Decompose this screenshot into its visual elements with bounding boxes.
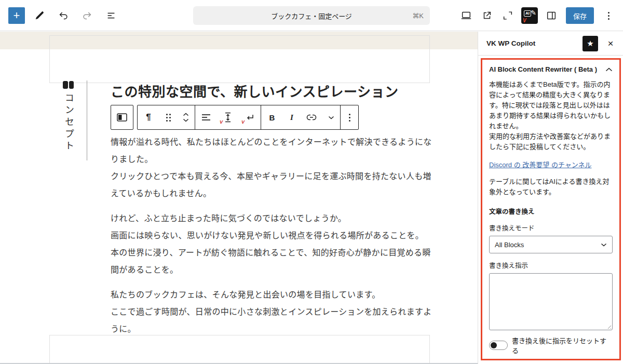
beta-description-1: 本機能はあくまでBeta版です。指示の内容によって結果の精度も大きく異なります。… — [489, 79, 613, 131]
save-button[interactable]: 保存 — [566, 7, 594, 24]
document-body: 情報が溢れる時代、私たちはほとんどのことをインターネットで解決できるようになりま… — [111, 133, 434, 345]
table-note: テーブルに関してはAIによる書き換え対象外となっています。 — [489, 177, 613, 197]
more-formats-chevron-icon[interactable] — [322, 105, 340, 129]
save-label: 保存 — [573, 11, 587, 21]
rewrite-mode-label: 書き換えモード — [489, 223, 613, 233]
instruction-textarea[interactable] — [490, 274, 612, 330]
chevron-up-icon[interactable] — [605, 68, 613, 72]
vk-wp-copilot-icon[interactable]: AI ✎ V — [521, 7, 538, 24]
paragraph-line[interactable]: 情報が溢れる時代、私たちはほとんどのことをインターネットで解決できるようになりま… — [111, 133, 434, 168]
list-view-icon[interactable] — [102, 6, 120, 25]
book-icon — [63, 81, 74, 89]
vertical-divider — [87, 80, 87, 160]
paragraph-line[interactable]: 私たちのブックカフェは、そんな発見と出会いの場を目指しています。 — [111, 286, 434, 303]
block-toolbar: ¶ V V B I — [111, 105, 359, 130]
discord-link[interactable]: Discord の 改善要望 のチャンネル — [489, 159, 592, 169]
paragraph-line[interactable]: けれど、ふと立ち止まった時に気づくのではないでしょうか。 — [111, 210, 434, 227]
vk-linebreak-tool-icon[interactable]: V — [239, 105, 261, 129]
paragraph-line[interactable]: 画面には映らない、思いがけない発見や新しい視点を得られる場所があることを。 — [111, 227, 434, 244]
panel-title: AI Block Content Rewriter ( Beta ) — [489, 65, 597, 73]
paragraph-line[interactable]: ここで過ごす時間が、日常の中に小さな刺激とインスピレーションを加えられますように… — [111, 303, 434, 338]
columns-parent-icon[interactable] — [111, 105, 133, 129]
block-options-icon[interactable] — [341, 105, 358, 129]
paragraph-block[interactable]: 情報が溢れる時代、私たちはほとんどのことをインターネットで解決できるようになりま… — [111, 133, 434, 202]
sidebar-header: VK WP Copilot ★ × — [478, 32, 623, 56]
empty-block-bottom[interactable] — [49, 335, 430, 364]
chevron-down-icon — [601, 243, 607, 247]
paragraph-line[interactable]: 本の世界に浸り、アートが紡ぐ物語に触れることで、知的好奇心が静かに目覚める瞬間が… — [111, 244, 434, 278]
view-page-external-icon[interactable] — [478, 6, 496, 25]
vk-red-v: V — [241, 119, 245, 125]
paragraph-block-icon[interactable]: ¶ — [138, 105, 159, 129]
fullscreen-icon[interactable] — [498, 6, 517, 25]
preview-desktop-icon[interactable] — [457, 6, 476, 25]
editor-canvas: コンセプト この特別な空間で、新しいインスピレーション ¶ — [0, 32, 478, 364]
parent-block-group — [111, 105, 133, 130]
document-title: ブックカフェ・固定ページ — [271, 11, 352, 21]
paragraph-block[interactable]: 私たちのブックカフェは、そんな発見と出会いの場を目指しています。 ここで過ごす時… — [111, 286, 434, 338]
empty-block-top[interactable] — [49, 35, 430, 83]
star-button[interactable]: ★ — [583, 36, 598, 51]
paragraph-block[interactable]: けれど、ふと立ち止まった時に気づくのではないでしょうか。 画面には映らない、思い… — [111, 210, 434, 278]
vk-margin-tool-icon[interactable]: V — [217, 105, 239, 129]
add-block-button[interactable]: + — [8, 7, 25, 24]
redo-icon[interactable] — [78, 6, 97, 25]
settings-sidebar-toggle-icon[interactable] — [542, 6, 561, 25]
drag-handle-icon[interactable] — [159, 105, 177, 129]
rewrite-section-title: 文章の書き換え — [489, 206, 613, 216]
pencil-glyph: ✎ — [531, 9, 536, 17]
command-palette[interactable]: ブックカフェ・固定ページ ⌘K — [193, 6, 430, 25]
undo-icon[interactable] — [54, 6, 73, 25]
vk-wp-copilot-sidebar: VK WP Copilot ★ × AI Block Content Rewri… — [478, 32, 623, 364]
link-icon[interactable] — [301, 105, 322, 129]
italic-icon[interactable]: I — [283, 105, 301, 129]
reset-toggle-row: 書き換え後に指示をリセットする — [489, 335, 613, 355]
options-menu-icon[interactable] — [599, 6, 618, 25]
instruction-label: 書き換え指示 — [489, 260, 613, 270]
rewrite-submit-button[interactable]: 書き換え — [489, 360, 530, 360]
page-heading[interactable]: この特別な空間で、新しいインスピレーション — [111, 81, 398, 100]
rewrite-mode-select[interactable]: All Blocks — [489, 236, 613, 253]
align-text-icon[interactable] — [195, 105, 217, 129]
vk-red-v: V — [523, 18, 526, 23]
bold-icon[interactable]: B — [261, 105, 283, 129]
panel-header[interactable]: AI Block Content Rewriter ( Beta ) — [489, 65, 613, 73]
block-mover-icon[interactable] — [177, 105, 195, 129]
editor-topbar: + ブックカフェ・固定ページ ⌘K AI ✎ V — [0, 0, 623, 31]
ai-glyph: AI — [524, 10, 531, 17]
close-icon[interactable]: × — [604, 38, 617, 49]
vk-red-v: V — [220, 119, 223, 125]
edit-tool-icon[interactable] — [30, 6, 49, 25]
block-tools-group: ¶ V V B I — [137, 105, 359, 130]
shortcut-hint: ⌘K — [412, 12, 424, 20]
section-vertical-label[interactable]: コンセプト — [62, 93, 75, 153]
instruction-textarea-wrap — [489, 273, 613, 330]
paragraph-line[interactable]: クリックひとつで本も買える今、本屋やギャラリーに足を運ぶ時間を持たない人も増えて… — [111, 168, 434, 202]
sidebar-title: VK WP Copilot — [486, 39, 583, 47]
reset-toggle[interactable] — [489, 341, 508, 350]
reset-toggle-label: 書き換え後に指示をリセットする — [512, 335, 613, 355]
ai-rewriter-panel: AI Block Content Rewriter ( Beta ) 本機能はあ… — [481, 58, 621, 360]
beta-description-2: 実用的な利用方法や改善案などがありましたら下記に投稿してください。 — [489, 131, 613, 152]
rewrite-mode-value: All Blocks — [495, 241, 524, 249]
